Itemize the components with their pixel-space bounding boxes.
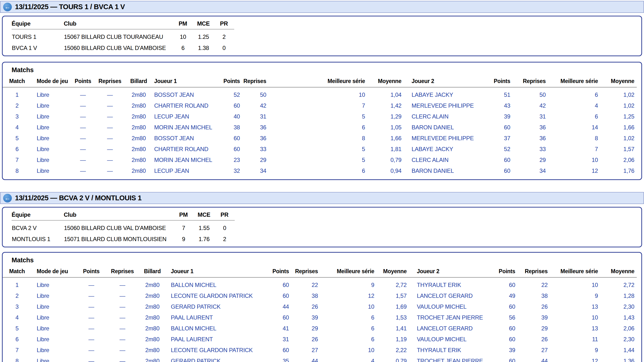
table-row: BCVA 2 V15060 BILLARD CLUB VAL D'AMBOISE… [12,220,235,232]
column-header: Moyenne [377,268,409,278]
table-cell: 2 [214,232,235,243]
table-cell: 60 [489,120,513,131]
table-cell: Libre [32,354,74,362]
table-cell: 1.76 [194,232,214,243]
table-row: 4Libre——2m80PAAL LAURENT603961,53TROCHET… [3,310,641,321]
column-header: Joueur 1 [168,268,262,278]
table-cell: 2m80 [126,120,151,131]
table-cell: 7 [269,98,368,109]
table-cell: 60 [492,278,518,289]
table-cell: 12 [548,164,600,174]
table-cell: 31 [242,109,269,120]
column-header: Équipe [12,210,64,220]
table-cell: — [72,164,94,174]
table-cell: 1,19 [377,332,409,343]
table-cell: — [72,109,94,120]
table-cell: 0,79 [368,153,404,164]
table-cell: LECONTE GLARDON PATRICK [168,289,262,300]
table-cell: 9 [173,232,194,243]
table-cell: Libre [32,278,74,289]
table-cell: 29 [518,321,550,332]
table-cell: TROCHET JEAN PIERRE [409,354,492,362]
table-cell: 39 [292,310,320,321]
table-row: MONTLOUIS 115071 BILLARD CLUB MONTLOUISI… [12,232,235,243]
back-icon[interactable] [3,3,12,11]
table-cell: Libre [32,321,74,332]
table-cell: 1,29 [368,109,404,120]
table-cell: 2m80 [126,142,151,153]
table-cell: 6 [320,321,377,332]
table-cell: — [94,131,126,142]
table-cell: 7 [3,343,32,354]
table-cell: 1,53 [377,310,409,321]
column-header: Meilleure série [320,268,377,278]
table-cell: 7 [173,220,194,232]
table-cell: 0 [214,220,235,232]
table-cell: Libre [32,153,72,164]
table-cell: BALLON MICHEL [168,321,262,332]
table-cell: 4 [548,98,600,109]
table-row: 6Libre——2m80PAAL LAURENT312661,19VAULOUP… [3,332,641,343]
column-header: Points [211,78,242,87]
column-header: Joueur 1 [151,78,211,87]
table-cell: 3 [3,300,32,310]
table-cell: 2,72 [377,278,409,289]
table-cell: 1,05 [368,120,404,131]
table-cell: 44 [262,300,292,310]
table-cell: 1,69 [377,300,409,310]
table-cell: 42 [513,98,548,109]
column-header: Moyenne [368,78,404,87]
table-cell: 11 [550,332,600,343]
table-row: BVCA 1 V15060 BILLARD CLUB VAL D'AMBOISE… [12,40,234,52]
table-cell: 60 [492,321,518,332]
table-cell: — [72,87,94,99]
table-cell: 2,22 [377,343,409,354]
table-cell: BARON DANIEL [404,164,489,174]
table-cell: 49 [492,289,518,300]
table-cell: 2,30 [600,332,637,343]
teams-table: ÉquipeClubPMMCEPRBCVA 2 V15060 BILLARD C… [12,210,235,243]
table-cell: CHARTIER ROLAND [151,98,211,109]
table-cell: PAAL LAURENT [168,310,262,321]
table-cell: 44 [292,354,320,362]
table-cell: 1 [3,87,32,99]
table-cell: 13 [550,300,600,310]
table-cell: PAAL LAURENT [168,332,262,343]
table-row: 1Libre——2m80BOSSOT JEAN5250101,04LABAYE … [3,87,641,99]
results-page: 13/11/2025 — TOURS 1 / BVCA 1 V ÉquipeCl… [0,1,644,362]
table-cell: 1.55 [194,220,214,232]
column-header: Équipe [12,19,64,29]
table-cell: 15067 BILLARD CLUB TOURANGEAU [64,29,173,40]
table-cell: 1,57 [600,142,637,153]
table-cell: 6 [3,142,32,153]
table-cell: 60 [489,153,513,164]
table-cell: 5 [269,142,368,153]
back-icon[interactable] [3,194,12,202]
table-cell: 39 [518,310,550,321]
column-header: Reprises [94,78,126,87]
table-cell: 60 [492,300,518,310]
table-cell: 6 [173,40,193,52]
table-row: 3Libre——2m80LECUP JEAN403151,29CLERC ALA… [3,109,641,120]
table-cell: TOURS 1 [12,29,64,40]
table-cell: 29 [513,153,548,164]
column-header: Reprises [292,268,320,278]
teams-box: ÉquipeClubPMMCEPRTOURS 115067 BILLARD CL… [2,16,642,56]
table-cell: 60 [492,354,518,362]
table-cell: MORIN JEAN MICHEL [151,153,211,164]
matchs-title: Matchs [12,66,641,74]
column-header: Meilleure série [550,268,600,278]
table-cell: 1,66 [600,120,637,131]
table-cell: 60 [211,142,242,153]
table-cell: 1,42 [368,98,404,109]
table-cell: 35 [262,354,292,362]
table-cell: 1,36 [600,354,637,362]
table-cell: — [74,300,108,310]
table-cell: 36 [242,131,269,142]
table-cell: 2,72 [600,278,637,289]
column-header: Joueur 2 [404,78,489,87]
table-cell: 36 [513,131,548,142]
column-header: MCE [194,210,214,220]
column-header: Club [64,19,173,29]
table-cell: 39 [489,109,513,120]
